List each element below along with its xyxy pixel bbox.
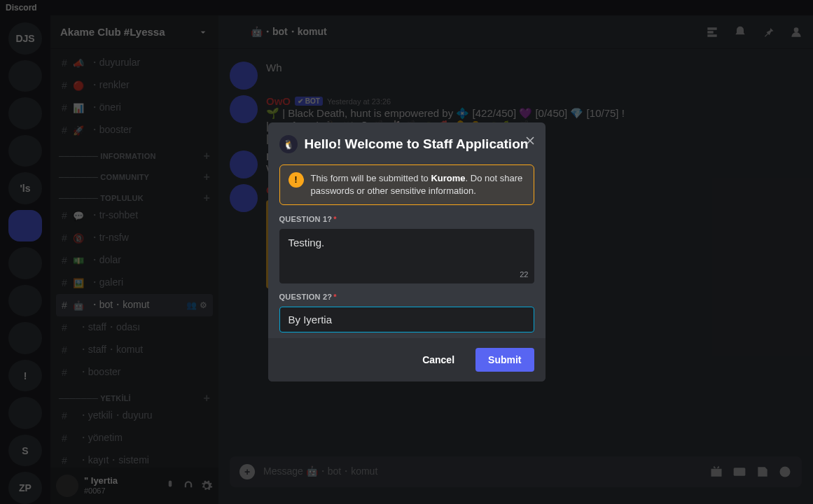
modal-title: Hello! Welcome to Staff Application bbox=[305, 136, 529, 152]
q2-input[interactable] bbox=[279, 307, 534, 332]
modal-app-icon: 🐧 bbox=[279, 135, 298, 153]
staff-application-modal: 🐧 Hello! Welcome to Staff Application ! … bbox=[268, 122, 546, 382]
submit-button[interactable]: Submit bbox=[475, 348, 534, 372]
close-icon[interactable] bbox=[523, 134, 537, 148]
modal-overlay: 🐧 Hello! Welcome to Staff Application ! … bbox=[0, 0, 813, 504]
modal-warning: ! This form will be submitted to Kurome.… bbox=[279, 164, 534, 205]
q1-char-count: 22 bbox=[279, 270, 534, 279]
warning-icon: ! bbox=[289, 172, 304, 188]
cancel-button[interactable]: Cancel bbox=[410, 348, 467, 372]
q1-label: Question 1?* bbox=[279, 215, 534, 223]
q2-label: Question 2?* bbox=[279, 293, 534, 301]
